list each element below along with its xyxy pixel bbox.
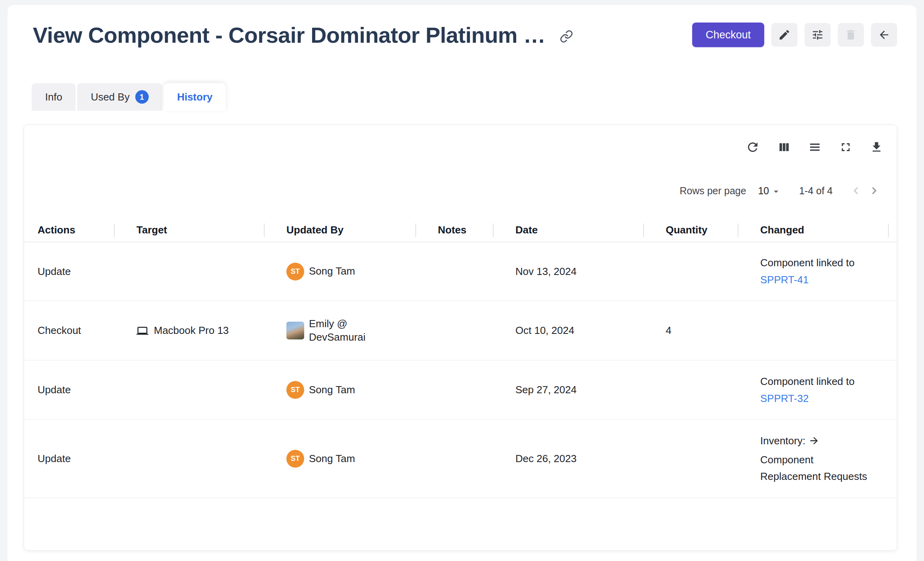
- rows-per-page-select[interactable]: 10: [758, 184, 782, 197]
- next-page-button[interactable]: [865, 182, 883, 200]
- title-wrap: View Component - Corsair Dominator Plati…: [33, 22, 573, 48]
- cell-target: Macbook Pro 13: [115, 301, 265, 360]
- avatar: ST: [286, 450, 304, 468]
- changed-text: Component linked to: [760, 254, 854, 271]
- cell-date: Oct 10, 2024: [494, 301, 644, 360]
- rows-per-page-label: Rows per page: [680, 185, 746, 197]
- checkout-button[interactable]: Checkout: [692, 23, 764, 47]
- cell-date: Sep 27, 2024: [494, 360, 644, 419]
- cell-updated-by: ST Song Tam: [265, 420, 416, 498]
- refresh-icon[interactable]: [746, 140, 760, 154]
- chevron-down-icon: [771, 186, 782, 197]
- user-name: Song Tam: [309, 383, 355, 397]
- changed-prefix: Inventory:: [760, 435, 805, 447]
- fullscreen-icon[interactable]: [839, 140, 852, 154]
- pagination-range: 1-4 of 4: [799, 185, 833, 197]
- tab-info-label: Info: [45, 91, 62, 103]
- column-header-date[interactable]: Date: [494, 218, 644, 242]
- user-name: Song Tam: [309, 265, 355, 278]
- cell-notes: [416, 301, 494, 360]
- cell-quantity: [644, 420, 738, 498]
- rows-per-page-value: 10: [758, 185, 769, 197]
- column-header-target[interactable]: Target: [115, 218, 265, 242]
- link-icon[interactable]: [560, 30, 573, 43]
- tune-icon: [811, 28, 824, 41]
- changed-text: Component linked to: [760, 373, 854, 390]
- table-header: Actions Target Updated By Notes Date Qua…: [24, 218, 897, 242]
- cell-notes: [416, 360, 494, 419]
- changed-link[interactable]: SPPRT-32: [760, 390, 808, 407]
- tab-history[interactable]: History: [164, 83, 226, 111]
- header-actions: Checkout: [692, 23, 897, 47]
- cell-action: Update: [24, 360, 115, 419]
- changed-text: Inventory: Component Replacement Request…: [760, 432, 875, 485]
- cell-target: [115, 242, 265, 301]
- column-header-actions[interactable]: Actions: [24, 218, 115, 242]
- prev-page-button[interactable]: [847, 182, 865, 200]
- cell-quantity: 4: [644, 301, 738, 360]
- cell-changed: [738, 301, 897, 360]
- settings-button[interactable]: [805, 23, 831, 47]
- table-row: Checkout Macbook Pro 13 Emily @ DevSamur…: [24, 301, 897, 360]
- cell-quantity: [644, 242, 738, 301]
- column-header-updated-by[interactable]: Updated By: [265, 218, 416, 242]
- avatar: ST: [286, 381, 304, 399]
- back-button[interactable]: [871, 23, 897, 47]
- arrow-right-icon: [808, 434, 820, 451]
- page-header: View Component - Corsair Dominator Plati…: [33, 22, 897, 48]
- cell-notes: [416, 420, 494, 498]
- pagination-bar: Rows per page 10 1-4 of 4: [24, 183, 897, 199]
- pencil-icon: [778, 28, 791, 41]
- table-row: Update ST Song Tam Dec 26, 2023 Inventor…: [24, 420, 897, 498]
- table-toolbar: [24, 125, 897, 154]
- cell-updated-by: ST Song Tam: [265, 242, 416, 301]
- tab-info[interactable]: Info: [32, 83, 76, 111]
- edit-button[interactable]: [771, 23, 797, 47]
- page-title: View Component - Corsair Dominator Plati…: [33, 22, 545, 48]
- page-card: View Component - Corsair Dominator Plati…: [8, 5, 916, 561]
- cell-date: Nov 13, 2024: [494, 242, 644, 301]
- cell-action: Update: [24, 242, 115, 301]
- cell-target: [115, 360, 265, 419]
- cell-updated-by: Emily @ DevSamurai: [265, 301, 416, 360]
- tab-bar: Info Used By 1 History: [32, 83, 897, 111]
- download-icon[interactable]: [870, 140, 883, 154]
- changed-link[interactable]: SPPRT-41: [760, 271, 808, 288]
- history-panel: Rows per page 10 1-4 of 4 Actions Target…: [24, 125, 897, 551]
- cell-target: [115, 420, 265, 498]
- cell-changed: Component linked to SPPRT-41: [738, 242, 897, 301]
- cell-notes: [416, 242, 494, 301]
- columns-icon[interactable]: [777, 140, 791, 154]
- table-row: Update ST Song Tam Sep 27, 2024 Componen…: [24, 360, 897, 420]
- column-header-quantity[interactable]: Quantity: [644, 218, 738, 242]
- column-header-changed[interactable]: Changed: [738, 218, 897, 242]
- column-header-notes[interactable]: Notes: [416, 218, 494, 242]
- arrow-back-icon: [878, 28, 890, 41]
- tab-used-by[interactable]: Used By 1: [77, 83, 162, 111]
- laptop-icon: [136, 325, 148, 337]
- user-name: Song Tam: [309, 452, 355, 466]
- delete-button[interactable]: [838, 23, 864, 47]
- cell-updated-by: ST Song Tam: [265, 360, 416, 419]
- table-row: Update ST Song Tam Nov 13, 2024 Componen…: [24, 242, 897, 301]
- density-icon[interactable]: [808, 140, 822, 154]
- tab-history-label: History: [177, 91, 213, 103]
- cell-changed: Component linked to SPPRT-32: [738, 360, 897, 419]
- cell-date: Dec 26, 2023: [494, 420, 644, 498]
- changed-suffix: Component Replacement Requests: [760, 454, 867, 483]
- used-by-count-badge: 1: [135, 90, 149, 104]
- avatar: ST: [286, 263, 304, 280]
- cell-action: Update: [24, 420, 115, 498]
- avatar: [286, 322, 304, 339]
- cell-action: Checkout: [24, 301, 115, 360]
- cell-changed: Inventory: Component Replacement Request…: [738, 420, 897, 498]
- trash-icon: [844, 28, 857, 41]
- tab-used-by-label: Used By: [91, 91, 129, 103]
- cell-quantity: [644, 360, 738, 419]
- target-label[interactable]: Macbook Pro 13: [154, 324, 229, 337]
- user-name: Emily @ DevSamurai: [309, 317, 372, 344]
